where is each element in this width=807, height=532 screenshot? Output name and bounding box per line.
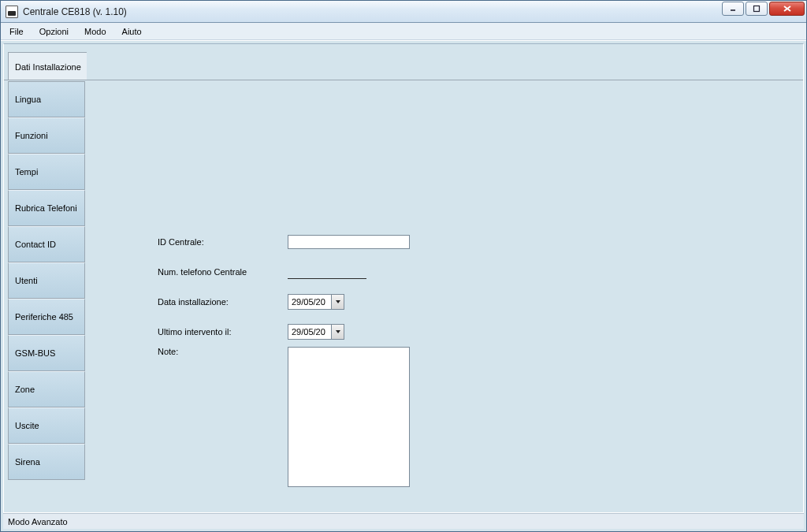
minimize-icon (729, 5, 737, 13)
client-area: Dati Installazione Lingua Funzioni Tempi… (1, 40, 806, 531)
status-bar: Modo Avanzato (3, 513, 804, 529)
sidebar-item-label: Funzioni (15, 131, 48, 140)
minimize-button[interactable] (722, 2, 744, 16)
tab-dati-installazione[interactable]: Dati Installazione (8, 52, 87, 80)
row-data-installazione: Data installazione: (158, 287, 410, 317)
chevron-down-icon[interactable] (331, 325, 344, 339)
sidebar-item-utenti[interactable]: Utenti (8, 262, 85, 299)
note-textarea[interactable] (288, 347, 410, 487)
svg-rect-1 (754, 6, 760, 12)
menubar: File Opzioni Modo Aiuto (1, 23, 806, 40)
sidebar-item-label: Zone (15, 385, 35, 394)
sidebar-item-label: Periferiche 485 (15, 312, 73, 322)
chevron-down-icon[interactable] (331, 295, 344, 309)
label-ultimo-intervento: Ultimo intervento il: (158, 327, 288, 337)
ultimo-intervento-combo[interactable] (288, 324, 344, 340)
sidebar-item-label: GSM-BUS (15, 348, 55, 358)
sidebar-item-label: Sirena (15, 457, 40, 467)
status-text: Modo Avanzato (8, 517, 68, 526)
sidebar-item-lingua[interactable]: Lingua (8, 81, 85, 117)
menu-aiuto[interactable]: Aiuto (117, 25, 147, 38)
sidebar-item-label: Contact ID (15, 240, 56, 249)
sidebar-item-tempi[interactable]: Tempi (8, 154, 85, 190)
row-id-centrale: ID Centrale: (158, 227, 410, 257)
sidebar-item-periferiche-485[interactable]: Periferiche 485 (8, 299, 85, 335)
tab-panel: Lingua Funzioni Tempi Rubrica Telefoni C… (8, 81, 799, 508)
sidebar-item-rubrica-telefoni[interactable]: Rubrica Telefoni (8, 190, 85, 226)
window-title: Centrale CE818 (v. 1.10) (23, 6, 127, 17)
row-ultimo-intervento: Ultimo intervento il: (158, 317, 410, 347)
window-controls (722, 2, 805, 16)
side-nav: Lingua Funzioni Tempi Rubrica Telefoni C… (8, 81, 85, 480)
label-num-telefono: Num. telefono Centrale (158, 267, 288, 277)
sidebar-item-zone[interactable]: Zone (8, 371, 85, 407)
sidebar-item-label: Tempi (15, 167, 38, 177)
id-centrale-input[interactable] (288, 235, 410, 249)
label-id-centrale: ID Centrale: (158, 237, 288, 247)
app-icon (6, 6, 18, 18)
sidebar-item-label: Utenti (15, 276, 38, 285)
data-installazione-input[interactable] (288, 295, 331, 309)
maximize-button[interactable] (746, 2, 768, 16)
ultimo-intervento-input[interactable] (288, 325, 331, 339)
menu-file[interactable]: File (5, 25, 28, 38)
menu-modo[interactable]: Modo (80, 25, 111, 38)
close-icon (783, 5, 792, 13)
close-button[interactable] (769, 2, 805, 16)
sidebar-item-uscite[interactable]: Uscite (8, 407, 85, 444)
num-telefono-input[interactable] (288, 265, 366, 279)
sidebar-item-contact-id[interactable]: Contact ID (8, 226, 85, 262)
tab-label: Dati Installazione (15, 62, 81, 72)
label-data-installazione: Data installazione: (158, 297, 288, 307)
content-frame: Dati Installazione Lingua Funzioni Tempi… (3, 43, 804, 513)
titlebar: Centrale CE818 (v. 1.10) (1, 1, 806, 23)
row-note: Note: (158, 347, 410, 487)
maximize-icon (753, 5, 761, 13)
label-note: Note: (158, 347, 288, 356)
sidebar-item-label: Lingua (15, 95, 41, 104)
main-window: Centrale CE818 (v. 1.10) File Opzioni Mo… (0, 0, 807, 532)
installation-form: ID Centrale: Num. telefono Centrale Data… (158, 227, 410, 487)
sidebar-item-label: Rubrica Telefoni (15, 203, 77, 213)
sidebar-item-funzioni[interactable]: Funzioni (8, 117, 85, 154)
menu-opzioni[interactable]: Opzioni (35, 25, 73, 38)
tab-divider (4, 80, 803, 80)
row-num-telefono: Num. telefono Centrale (158, 257, 410, 287)
sidebar-item-gsm-bus[interactable]: GSM-BUS (8, 335, 85, 371)
sidebar-item-label: Uscite (15, 421, 39, 430)
sidebar-item-sirena[interactable]: Sirena (8, 444, 85, 480)
data-installazione-combo[interactable] (288, 294, 344, 310)
